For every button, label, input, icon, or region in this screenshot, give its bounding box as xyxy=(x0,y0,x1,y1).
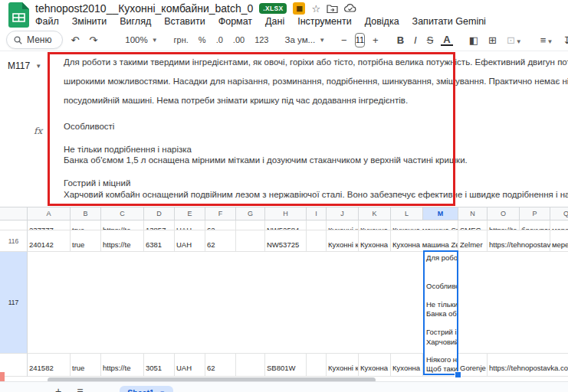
cell[interactable]: блокував xyxy=(520,220,550,230)
row-header-117-selected[interactable]: 117 xyxy=(0,252,28,354)
cell-i116[interactable] xyxy=(307,230,327,252)
column-header-l[interactable]: L xyxy=(391,207,423,220)
print-button[interactable] xyxy=(105,34,110,46)
column-header-e[interactable]: E xyxy=(175,207,205,220)
cell[interactable]: SMEG xyxy=(458,220,488,230)
move-folder-icon[interactable] xyxy=(327,4,338,14)
row-header-116[interactable]: 116 xyxy=(0,230,28,252)
more-formats-button[interactable]: 123 xyxy=(252,35,271,45)
cell-e118[interactable]: UAH xyxy=(175,354,205,377)
column-header-j[interactable]: J xyxy=(327,207,359,220)
cell-a116[interactable]: 240142 xyxy=(28,230,71,252)
cell-c116[interactable]: https://te xyxy=(101,230,144,252)
cell-f116[interactable]: 62 xyxy=(205,230,236,252)
cell-l118[interactable]: Кухонна м xyxy=(391,354,423,377)
menu-view[interactable]: Вигляд xyxy=(120,16,151,27)
column-header-a[interactable]: A xyxy=(28,207,71,220)
menu-data[interactable]: Дані xyxy=(265,16,284,27)
cell[interactable] xyxy=(236,220,265,230)
row-header[interactable] xyxy=(0,220,28,230)
menu-tools[interactable]: Інструменти xyxy=(297,16,351,27)
cell[interactable]: 13857 xyxy=(144,220,175,230)
column-header-m-selected[interactable]: M xyxy=(423,207,458,220)
redo-button[interactable]: ↷ xyxy=(87,34,100,46)
menu-help[interactable]: Довідка xyxy=(365,16,399,27)
cell-o118[interactable]: https://tehnopostavka.com.ua xyxy=(488,354,568,377)
column-header-k[interactable]: K xyxy=(359,207,391,220)
cell[interactable] xyxy=(307,220,327,230)
star-icon[interactable]: ☆ xyxy=(311,4,320,14)
tab-sheet1[interactable]: Sheet1 ▼ xyxy=(120,386,172,392)
paint-format-button[interactable] xyxy=(115,34,120,46)
column-header-q[interactable]: Q xyxy=(550,207,568,220)
column-header-b[interactable]: B xyxy=(71,207,101,220)
decrease-font-size-button[interactable]: − xyxy=(339,34,350,46)
cell[interactable]: Кухонна к xyxy=(359,220,391,230)
cloud-status-icon[interactable] xyxy=(344,4,356,13)
cell[interactable]: Кухонна машина Sm xyxy=(391,220,458,230)
cell-d116[interactable]: 6381 xyxy=(144,230,175,252)
cell-a118[interactable]: 241582 xyxy=(28,354,71,377)
cell-b116[interactable]: true xyxy=(71,230,101,252)
cell-b118[interactable]: true xyxy=(71,354,101,377)
cell-e116[interactable]: UAH xyxy=(175,230,205,252)
cell-h118[interactable]: SB801W xyxy=(265,354,307,377)
column-header-n[interactable]: N xyxy=(458,207,488,220)
cell-i118[interactable] xyxy=(307,354,327,377)
add-sheet-button[interactable]: + xyxy=(55,386,61,392)
currency-format-button[interactable]: грн. xyxy=(172,35,191,45)
menu-format[interactable]: Формат xyxy=(218,16,252,27)
borders-button[interactable]: ⊞ xyxy=(486,34,499,46)
cell[interactable]: 237777 xyxy=(28,220,71,230)
menu-file[interactable]: Файл xyxy=(35,16,59,27)
cell-c118[interactable]: https://te xyxy=(101,354,144,377)
undo-button[interactable]: ↶ xyxy=(68,34,81,46)
column-header-h[interactable]: H xyxy=(265,207,307,220)
bold-button[interactable]: B xyxy=(395,34,406,46)
column-header-o[interactable]: O xyxy=(488,207,520,220)
cell[interactable]: Кухонні к xyxy=(327,220,359,230)
decrease-decimal-button[interactable]: .0 xyxy=(214,35,225,45)
search-menus-button[interactable]: Меню xyxy=(6,31,63,49)
increase-font-size-button[interactable]: + xyxy=(370,34,381,46)
cell[interactable]: NW52584 xyxy=(265,220,307,230)
cell[interactable]: UAH xyxy=(175,220,205,230)
cell-g118[interactable] xyxy=(236,354,265,377)
cell-g116[interactable] xyxy=(236,230,265,252)
addon-yellow-icon[interactable]: ▦ xyxy=(293,2,305,15)
menu-ask-gemini[interactable]: Запитати Gemini xyxy=(412,16,486,27)
document-title[interactable]: tehnopost2010__Кухонні_комбайни_batch_0 xyxy=(35,2,253,15)
menu-edit[interactable]: Змінити xyxy=(72,16,107,27)
cell-d118[interactable]: 3051 xyxy=(144,354,175,377)
font-select[interactable]: За ум...▼ xyxy=(284,35,325,44)
cell[interactable] xyxy=(28,252,568,354)
cell[interactable]: https://te xyxy=(488,220,520,230)
name-box[interactable]: M117 ▼ xyxy=(8,60,41,71)
vertical-align-button[interactable]: ↧▼ xyxy=(560,34,568,46)
selected-cell-m117[interactable]: Для робо Особливо Не тільки Банка об' Го… xyxy=(423,250,458,375)
column-header-i[interactable]: I xyxy=(307,207,327,220)
font-size-input[interactable]: 11 xyxy=(355,33,365,47)
column-header-c[interactable]: C xyxy=(101,207,144,220)
italic-button[interactable]: I xyxy=(412,34,419,46)
percent-format-button[interactable]: % xyxy=(196,35,208,45)
cell-k118[interactable]: Кухонна к xyxy=(359,354,391,377)
cell-j116[interactable]: Кухонні к xyxy=(327,230,359,252)
increase-decimal-button[interactable]: .00 xyxy=(231,35,247,45)
column-header-d[interactable]: D xyxy=(144,207,175,220)
cell-q116[interactable]: мережа xyxy=(550,230,568,252)
cell-j118[interactable]: Кухонні к xyxy=(327,354,359,377)
cell-n118[interactable]: Gorenje xyxy=(458,354,488,377)
cell[interactable]: https://te xyxy=(101,220,144,230)
fill-color-button[interactable]: ◧ xyxy=(467,34,481,46)
column-header-g[interactable]: G xyxy=(236,207,265,220)
cell[interactable]: мережа xyxy=(550,220,568,230)
cell-k116[interactable]: Кухонна к xyxy=(359,230,391,252)
strikethrough-button[interactable]: S xyxy=(425,34,436,46)
sheets-logo-icon[interactable] xyxy=(8,2,29,28)
menu-insert[interactable]: Вставити xyxy=(164,16,205,27)
formula-input[interactable]: Для роботи з такими твердими інгредієнта… xyxy=(48,51,568,207)
cell-n116[interactable]: Zelmer xyxy=(458,230,488,252)
column-header-f[interactable]: F xyxy=(205,207,236,220)
select-all-corner[interactable] xyxy=(0,207,28,220)
